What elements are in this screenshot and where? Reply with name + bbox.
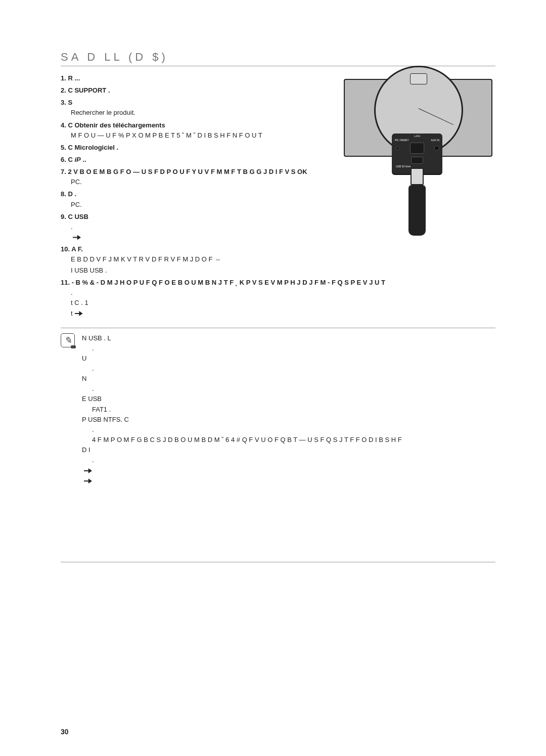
note-line-2: U bbox=[82, 353, 402, 364]
aux-dot bbox=[434, 146, 439, 151]
arrow-icon bbox=[84, 468, 92, 473]
step-8-sub: PC. bbox=[71, 200, 324, 210]
note-line-3: N bbox=[82, 374, 402, 384]
note-body: N USB . L . U . N . E USB FAT1 . P USB N… bbox=[82, 333, 402, 486]
step-4-sub: M F O U — U F % P X O M P B E T 5 ˘ M ˘ … bbox=[71, 130, 324, 141]
step-6: 6. C iP .. bbox=[61, 155, 324, 165]
step-11-sub3: t bbox=[71, 309, 73, 317]
procedure-list: 1. R ... 2. C SUPPORT . 3. S Rechercher … bbox=[61, 73, 324, 319]
step-9-sub1: . bbox=[71, 222, 324, 232]
step-1-text: 1. R ... bbox=[61, 74, 80, 82]
step-10-text: 10. A F. bbox=[61, 245, 83, 253]
usb-glyph-icon: ⎓ bbox=[216, 254, 220, 265]
step-5: 5. C Micrologiciel . bbox=[61, 143, 324, 153]
arrow-icon bbox=[75, 311, 83, 316]
note-line-4: E USB bbox=[82, 394, 402, 404]
step-10-sub1: E B D D V F J M K V T R V D F R V F M J … bbox=[71, 256, 213, 263]
step-9-text: 9. C USB bbox=[61, 213, 88, 220]
section-title: SA D LL (D $) bbox=[61, 51, 495, 66]
aux-in-label: AUX IN bbox=[431, 139, 439, 142]
step-9: 9. C USB . bbox=[61, 212, 324, 242]
step-10-sub2: I USB USB . bbox=[71, 265, 485, 276]
step-6-pre: 6. C bbox=[61, 156, 74, 163]
wps-reset-label: PS / RESET bbox=[395, 139, 409, 142]
step-8-text: 8. D . bbox=[61, 190, 76, 198]
note-box: ✎ N USB . L . U . N . E USB FAT1 . P USB… bbox=[61, 328, 495, 562]
arrow-icon bbox=[73, 235, 81, 240]
step-5-text: 5. C Micrologiciel . bbox=[61, 144, 118, 151]
top-lan-port bbox=[410, 73, 427, 84]
step-11-sub1: . bbox=[71, 288, 485, 298]
step-7-text: 7. 2 V B O E M B G F O — U S F D P O U F… bbox=[61, 168, 307, 175]
usb-connector-icon bbox=[411, 168, 424, 185]
note-line-6: 4 F M P O M F G B C S J D B O U M B D M … bbox=[92, 435, 402, 445]
usb-port bbox=[411, 157, 423, 164]
note-line-5: P USB NTFS. C bbox=[82, 415, 402, 425]
usb-body-icon bbox=[408, 185, 426, 236]
wps-dot bbox=[396, 147, 399, 150]
lan-label: LAN bbox=[392, 134, 442, 138]
arrow-icon bbox=[84, 478, 92, 483]
step-11-sub2: t C . 1 bbox=[71, 298, 485, 308]
step-3-text: 3. S bbox=[61, 99, 72, 106]
step-6-post: .. bbox=[81, 156, 86, 163]
note-line-4b: FAT1 . bbox=[92, 405, 402, 415]
step-2: 2. C SUPPORT . bbox=[61, 85, 324, 96]
note-line-5b: . bbox=[92, 425, 402, 435]
note-line-6c: . bbox=[92, 455, 402, 465]
step-2-text: 2. C SUPPORT . bbox=[61, 86, 110, 94]
step-11: 11. - B % & - D M J H O P U F Q F O E B … bbox=[61, 278, 485, 319]
step-4-text: 4. C Obtenir des téléchargements bbox=[61, 121, 165, 129]
note-line-2b: . bbox=[92, 364, 402, 374]
usb-stick bbox=[408, 168, 426, 234]
note-line-1: N USB . L bbox=[82, 333, 402, 343]
step-3-sub: Rechercher le produit. bbox=[71, 108, 324, 118]
lan-port bbox=[410, 143, 424, 154]
note-line-3b: . bbox=[92, 384, 402, 394]
step-11-text: 11. - B % & - D M J H O P U F Q F O E B … bbox=[61, 279, 385, 286]
step-10: 10. A F. E B D D V F J M K V T R V D F R… bbox=[61, 244, 485, 276]
step-1: 1. R ... bbox=[61, 73, 324, 83]
step-8: 8. D . PC. bbox=[61, 189, 324, 209]
step-4: 4. C Obtenir des téléchargements M F O U… bbox=[61, 120, 324, 141]
note-icon: ✎ bbox=[61, 333, 75, 347]
note-line-1b: . bbox=[92, 343, 402, 353]
step-6-icon-label: iP bbox=[74, 156, 80, 163]
note-line-6b: D I bbox=[82, 445, 402, 455]
step-3: 3. S Rechercher le produit. bbox=[61, 98, 324, 118]
page-number: 30 bbox=[61, 728, 69, 736]
device-illustration: LAN PS / RESET AUX IN USB 5V 0mA bbox=[344, 79, 490, 241]
